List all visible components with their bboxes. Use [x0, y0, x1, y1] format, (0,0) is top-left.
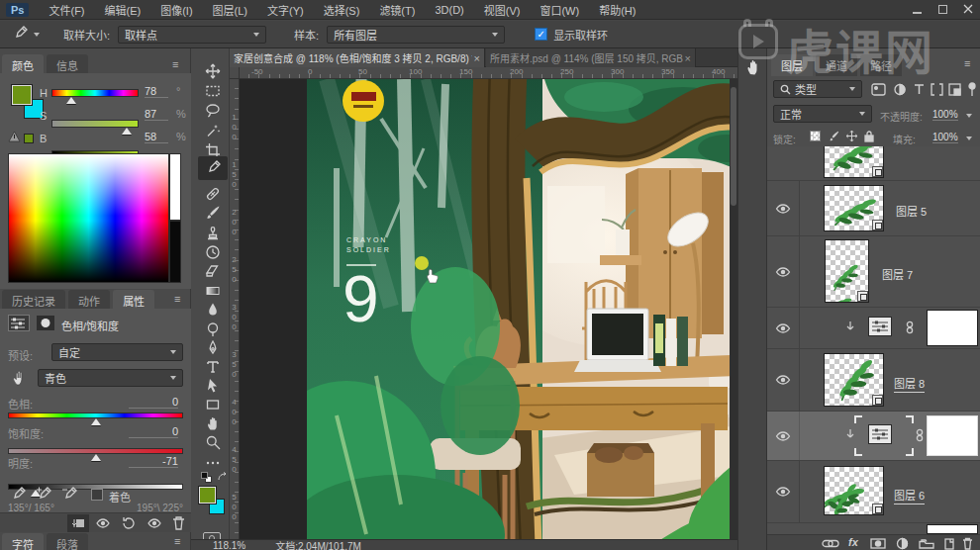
- fill-caret-icon[interactable]: [966, 137, 972, 140]
- layers-panel-menu-icon[interactable]: ≡: [964, 57, 970, 69]
- tab-character[interactable]: 字符: [2, 533, 44, 550]
- hue-slider[interactable]: [51, 89, 139, 97]
- delete-adjustment-icon[interactable]: [172, 516, 185, 530]
- adjustment-layer-row-selected[interactable]: [767, 412, 980, 460]
- canvas-scrollbar[interactable]: [730, 79, 737, 539]
- tab-channels[interactable]: 通道: [816, 54, 857, 76]
- spectrum-ramp-white[interactable]: [169, 153, 181, 221]
- opacity-value[interactable]: 100%: [932, 109, 958, 121]
- layer-row[interactable]: 图层 6: [767, 461, 980, 522]
- canvas-image[interactable]: CRAYON SOLDIER 9: [307, 79, 736, 539]
- visibility-eye-icon[interactable]: [775, 203, 793, 215]
- filter-smart-object-icon[interactable]: [948, 83, 961, 96]
- hand-tool[interactable]: [202, 413, 224, 432]
- zoom-tool[interactable]: [202, 432, 224, 451]
- delete-layer-icon[interactable]: [962, 537, 973, 550]
- eyedropper-add-icon[interactable]: [36, 487, 51, 503]
- tab-layers[interactable]: 图层: [771, 54, 813, 76]
- sample-size-dropdown[interactable]: 取样点: [118, 26, 266, 44]
- eyedropper-tool[interactable]: [198, 156, 228, 180]
- layer-row[interactable]: 图层 5: [767, 181, 980, 235]
- tab-paths[interactable]: 路径: [860, 54, 902, 76]
- clone-stamp-tool[interactable]: [202, 223, 224, 241]
- brush-settings-panel-icon[interactable]: [744, 58, 762, 76]
- foreground-swatch[interactable]: [199, 487, 216, 504]
- light-value[interactable]: -71: [129, 455, 178, 468]
- layer-name[interactable]: 图层 6: [894, 487, 925, 504]
- document-tab-inactive[interactable]: 所用素材.psd @ 114% (图层 150 拷贝, RGB... ×: [486, 48, 696, 67]
- color-panel-menu-icon[interactable]: ≡: [172, 58, 178, 70]
- brush-tool[interactable]: [202, 203, 224, 222]
- visibility-eye-icon[interactable]: [775, 374, 793, 386]
- quick-selection-tool[interactable]: [202, 121, 224, 139]
- visibility-eye-icon[interactable]: [775, 266, 793, 278]
- channel-dropdown[interactable]: 青色: [38, 369, 183, 387]
- lock-all-icon[interactable]: [863, 130, 875, 142]
- filter-shape-icon[interactable]: [931, 83, 943, 96]
- layer-name[interactable]: 图层 5: [896, 203, 927, 219]
- gradient-tool[interactable]: [202, 281, 224, 300]
- visibility-eye-icon[interactable]: [775, 486, 793, 498]
- clip-to-layer-button[interactable]: [67, 514, 89, 532]
- layer-mask-thumbnail[interactable]: [927, 524, 978, 534]
- menu-item-window[interactable]: 窗口(W): [530, 2, 589, 18]
- pen-tool[interactable]: [202, 338, 224, 357]
- history-brush-tool[interactable]: [202, 242, 224, 261]
- bright-value-field[interactable]: 58: [145, 131, 168, 143]
- layer-thumbnail[interactable]: [824, 466, 884, 515]
- link-layers-icon[interactable]: [822, 539, 839, 548]
- targeted-adjustment-icon[interactable]: [10, 369, 28, 387]
- menu-item-type[interactable]: 文字(Y): [257, 2, 314, 18]
- tab-paragraph[interactable]: 段落: [47, 533, 88, 550]
- window-maximize-button[interactable]: [934, 4, 950, 16]
- sat-slider[interactable]: [51, 120, 139, 128]
- layer-name[interactable]: 图层 7: [882, 266, 913, 282]
- type-tool[interactable]: [202, 357, 224, 376]
- layer-row[interactable]: 图层 7: [767, 236, 980, 307]
- tool-preset-caret-icon[interactable]: [34, 33, 40, 37]
- visibility-eye-icon[interactable]: [775, 430, 793, 442]
- visibility-icon[interactable]: [147, 517, 162, 529]
- visibility-eye-icon[interactable]: [775, 322, 793, 334]
- menu-item-edit[interactable]: 编辑(E): [95, 2, 151, 18]
- layer-thumbnail[interactable]: [824, 185, 884, 231]
- window-close-button[interactable]: [960, 3, 976, 16]
- layer-thumbnail[interactable]: [825, 239, 869, 303]
- default-colors-icon[interactable]: [201, 472, 213, 484]
- filter-pixel-icon[interactable]: [871, 83, 886, 96]
- color-spectrum[interactable]: [8, 153, 169, 283]
- document-tab-close-icon[interactable]: ×: [474, 52, 480, 64]
- swap-colors-icon[interactable]: [217, 472, 229, 484]
- layer-thumbnail[interactable]: [824, 353, 884, 407]
- hue-value[interactable]: 0: [129, 396, 178, 409]
- sat-value-field[interactable]: 87: [145, 108, 168, 121]
- fill-value[interactable]: 100%: [932, 132, 958, 143]
- prop-sat-slider[interactable]: [8, 448, 183, 454]
- eyedropper-sample-icon[interactable]: [10, 487, 26, 503]
- rectangle-tool[interactable]: [202, 395, 224, 413]
- hue-saturation-adjustment-icon[interactable]: [868, 317, 892, 336]
- window-minimize-button[interactable]: [909, 4, 925, 16]
- opacity-caret-icon[interactable]: [966, 114, 972, 118]
- view-previous-state-icon[interactable]: [95, 517, 111, 529]
- layer-filter-dropdown[interactable]: 类型: [773, 80, 862, 98]
- filter-adjustment-icon[interactable]: [893, 83, 907, 96]
- layer-style-icon[interactable]: fx: [848, 536, 858, 548]
- eraser-tool[interactable]: [202, 261, 224, 280]
- layer-name[interactable]: 图层 8: [894, 375, 925, 393]
- menu-item-help[interactable]: 帮助(H): [589, 2, 645, 18]
- show-ring-checkbox[interactable]: ✓: [535, 28, 547, 41]
- filter-type-icon[interactable]: [913, 83, 926, 96]
- zoom-level[interactable]: 118.1%: [213, 540, 245, 550]
- layer-row[interactable]: 图层 8: [767, 349, 980, 411]
- character-panel-menu-icon[interactable]: ≡: [174, 535, 180, 547]
- lock-transparent-icon[interactable]: [810, 131, 821, 141]
- foreground-color-swatch[interactable]: [12, 85, 32, 105]
- sample-dropdown[interactable]: 所有图层: [327, 26, 505, 44]
- eyedropper-subtract-icon[interactable]: [61, 487, 77, 503]
- menu-item-3d[interactable]: 3D(D): [425, 4, 473, 16]
- properties-menu-icon[interactable]: ≡: [174, 293, 180, 305]
- layer-thumbnail[interactable]: [824, 146, 884, 178]
- blend-mode-dropdown[interactable]: 正常: [773, 105, 872, 123]
- menu-item-file[interactable]: 文件(F): [39, 2, 94, 18]
